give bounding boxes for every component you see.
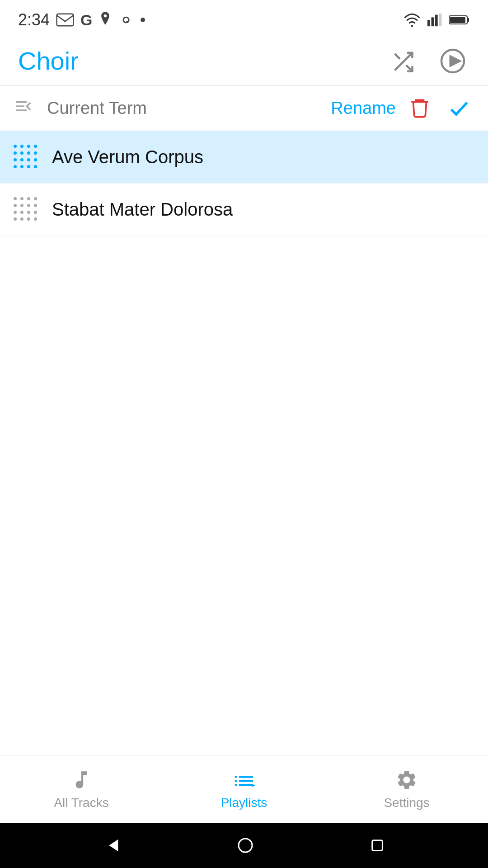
track-name: Ave Verum Corpus (52, 147, 203, 167)
app-title: Choir (18, 46, 79, 75)
nav-item-playlists[interactable]: Playlists (163, 755, 325, 823)
drag-handle (14, 197, 38, 222)
trash-icon (408, 96, 431, 121)
queue-music-icon (14, 96, 33, 120)
svg-rect-5 (435, 15, 438, 26)
google-icon: G (80, 11, 92, 29)
playlist-nav-icon (232, 769, 256, 791)
recent-icon (370, 838, 385, 853)
battery-icon (449, 14, 470, 26)
svg-rect-15 (372, 840, 382, 851)
nav-label-all-tracks: All Tracks (54, 796, 108, 810)
location-icon (99, 11, 112, 29)
playlist-name-input[interactable] (47, 99, 322, 118)
app-bar-actions (387, 44, 470, 78)
svg-marker-11 (450, 57, 460, 66)
rename-row: Rename (0, 86, 488, 131)
android-nav-bar (0, 823, 488, 868)
status-bar: 2:34 G (0, 0, 488, 36)
gear-icon (395, 769, 418, 791)
rename-label[interactable]: Rename (331, 99, 396, 118)
list-item[interactable]: Ave Verum Corpus (0, 131, 488, 184)
status-time: 2:34 (18, 10, 50, 29)
nav-item-all-tracks[interactable]: All Tracks (0, 755, 163, 823)
back-icon (103, 836, 121, 854)
svg-point-14 (239, 839, 252, 852)
nav-label-settings: Settings (384, 796, 429, 810)
music-note-icon (70, 769, 93, 791)
shuffle-icon (390, 50, 416, 72)
confirm-button[interactable] (444, 94, 474, 123)
recent-button[interactable] (365, 833, 389, 858)
check-icon (447, 98, 471, 119)
nav-label-playlists: Playlists (221, 796, 267, 810)
nav-item-settings[interactable]: Settings (325, 755, 488, 823)
mail-icon (56, 13, 74, 27)
svg-rect-3 (427, 20, 430, 26)
svg-rect-8 (467, 18, 469, 22)
at-icon (118, 12, 134, 28)
list-item[interactable]: Stabat Mater Dolorosa (0, 184, 488, 236)
svg-marker-13 (109, 840, 118, 852)
svg-rect-9 (450, 17, 465, 23)
home-button[interactable] (233, 833, 258, 858)
wifi-icon (403, 13, 421, 27)
signal-icon (427, 13, 443, 27)
status-dot (141, 18, 145, 22)
svg-rect-12 (416, 100, 424, 102)
svg-point-2 (411, 25, 413, 27)
back-button[interactable] (99, 832, 126, 859)
track-name: Stabat Mater Dolorosa (52, 199, 233, 220)
play-button[interactable] (436, 44, 470, 78)
shuffle-button[interactable] (387, 46, 419, 76)
play-icon (439, 47, 466, 75)
app-bar: Choir (0, 36, 488, 86)
track-list: Ave Verum Corpus Stabat Mater Dolorosa (0, 131, 488, 755)
svg-rect-6 (439, 14, 442, 26)
bottom-nav: All Tracks Playlists Settings (0, 755, 488, 823)
svg-rect-0 (57, 14, 74, 26)
home-icon (237, 837, 253, 854)
svg-rect-4 (432, 17, 434, 26)
drag-handle (14, 145, 38, 170)
delete-button[interactable] (405, 93, 435, 124)
